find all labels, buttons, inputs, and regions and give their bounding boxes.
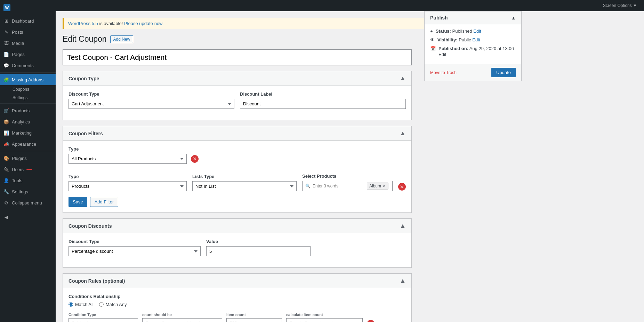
filter2-lists-type-select[interactable]: Not In List In List	[192, 181, 297, 191]
filter-action-row: Save Add Filter	[69, 197, 406, 207]
coupon-type-panel-toggle[interactable]: ▲	[400, 75, 406, 82]
conditions-relationship-group: Match All Match Any	[69, 302, 406, 307]
coupon-discounts-panel-body: Discount Type Percentage discount Fixed …	[63, 233, 411, 267]
visibility-icon: 👁	[430, 37, 435, 42]
item-count-input[interactable]	[226, 318, 282, 322]
dashboard-icon: ⊞	[3, 18, 9, 24]
match-all-radio[interactable]	[69, 302, 73, 307]
analytics-icon: 📊	[3, 130, 9, 136]
product-search-input[interactable]	[313, 184, 365, 188]
sidebar-item-woocommerce[interactable]: 🛒 Products	[0, 105, 56, 116]
condition-type-select[interactable]: Subtotal Item Count Coupon Code	[69, 318, 138, 322]
update-link[interactable]: Please update now.	[124, 21, 163, 26]
add-filter-button[interactable]: Add Filter	[90, 197, 119, 207]
coupon-filters-panel-header[interactable]: Coupon Filters ▲	[63, 126, 411, 141]
comments-icon: 💬	[3, 63, 9, 68]
wp-version-link[interactable]: WordPress 5.5	[68, 21, 98, 26]
sidebar-item-settings-coupon[interactable]: Settings	[9, 94, 56, 102]
collapse-icon: ◀	[3, 214, 9, 220]
filter2-group: Type Products Product Categories All Pro…	[69, 174, 406, 191]
disc-value-input[interactable]	[206, 246, 311, 256]
item-count-label: item count	[226, 313, 282, 317]
publish-panel-toggle[interactable]: ▲	[511, 15, 516, 21]
coupon-type-form-row: Discount Type Cart Adjustment Percentage…	[69, 91, 406, 109]
sidebar-item-products[interactable]: 📦 Analytics	[0, 116, 56, 127]
filter1-remove-button[interactable]: ✕	[191, 155, 199, 163]
sidebar-item-marketing[interactable]: 📣 Appearance	[0, 138, 56, 150]
move-to-trash-link[interactable]: Move to Trash	[430, 70, 457, 75]
album-tag-remove[interactable]: ✕	[383, 184, 386, 188]
match-all-radio-item[interactable]: Match All	[69, 302, 94, 307]
filter2-tag-input-container[interactable]: 🔍 Album ✕	[302, 181, 393, 191]
sidebar-item-settings[interactable]: ⚙ Collapse menu	[0, 197, 56, 208]
sidebar-item-tools[interactable]: 🔧 Settings	[0, 186, 56, 197]
sidebar-item-pages[interactable]: 📄 Pages	[0, 49, 56, 60]
sidebar-divider	[0, 72, 56, 73]
search-icon: 🔍	[305, 184, 311, 188]
discount-label-label: Discount Label	[240, 91, 406, 97]
users-icon: 👤	[3, 178, 9, 183]
coupon-type-panel: Coupon Type ▲ Discount Type Cart Adjustm…	[63, 71, 412, 120]
coupon-filters-panel-toggle[interactable]: ▲	[400, 130, 406, 137]
coupon-filters-panel-body: Type All Products ✕	[63, 141, 411, 212]
publish-panel-header[interactable]: Publish ▲	[425, 11, 521, 24]
coupon-discounts-panel-header[interactable]: Coupon Discounts ▲	[63, 219, 411, 233]
disc-type-select[interactable]: Percentage discount Fixed discount	[69, 246, 201, 256]
sidebar-item-media[interactable]: 🖼 Media	[0, 38, 56, 49]
status-edit-link[interactable]: Edit	[473, 29, 481, 34]
save-button[interactable]: Save	[69, 197, 87, 207]
publish-panel-title: Publish	[430, 15, 448, 21]
coupon-discounts-panel-toggle[interactable]: ▲	[400, 222, 406, 230]
sidebar-item-users[interactable]: 👤 Tools	[0, 175, 56, 186]
calculate-item-count-select[interactable]: Count all items in cart Count unique ite…	[286, 318, 363, 322]
condition-row: Condition Type Subtotal Item Count Coupo…	[69, 313, 406, 322]
sidebar-item-posts[interactable]: ✎ Posts	[0, 26, 56, 38]
coupon-type-panel-header[interactable]: Coupon Type ▲	[63, 71, 411, 86]
filter2-type-select[interactable]: Products Product Categories All Products	[69, 181, 187, 191]
coupon-type-panel-title: Coupon Type	[69, 76, 99, 81]
wp-logo-icon: W	[3, 4, 10, 11]
match-any-radio[interactable]	[99, 302, 104, 307]
filter2-select-products-label: Select Products	[302, 174, 393, 179]
discount-type-select[interactable]: Cart Adjustment Percentage Discount Fixe…	[69, 99, 234, 109]
sidebar-item-comments[interactable]: 💬 Comments	[0, 60, 56, 71]
discount-type-label: Discount Type	[69, 91, 234, 97]
discount-label-input[interactable]	[240, 99, 406, 109]
publish-visibility-row: 👁 Visibility: Public Edit	[430, 37, 516, 42]
filter1-type-select[interactable]: All Products	[69, 154, 187, 164]
coupon-rules-panel-toggle[interactable]: ▲	[400, 277, 406, 284]
coupon-rules-panel-header[interactable]: Coupon Rules (optional) ▲	[63, 274, 411, 288]
condition-type-label: Condition Type	[69, 313, 138, 317]
sidebar-item-plugins[interactable]: 🔌 Users	[0, 164, 56, 175]
match-any-radio-item[interactable]: Match Any	[99, 302, 127, 307]
filter2-lists-type-label: Lists Type	[192, 174, 297, 179]
sidebar-item-dashboard[interactable]: ⊞ Dashboard	[0, 15, 56, 26]
update-button[interactable]: Update	[491, 68, 516, 77]
coupon-discounts-panel-title: Coupon Discounts	[69, 223, 112, 229]
coupon-rules-panel-title: Coupon Rules (optional)	[69, 278, 125, 284]
condition-remove-button[interactable]: ✕	[367, 320, 375, 322]
filter2-remove-button[interactable]: ✕	[398, 183, 406, 191]
count-should-be-select[interactable]: Greater than or equal ( >= ) Less than o…	[142, 318, 222, 322]
add-new-button[interactable]: Add New	[110, 35, 134, 43]
settings-icon: ⚙	[3, 200, 9, 206]
sidebar-item-analytics[interactable]: 📊 Marketing	[0, 127, 56, 138]
sidebar-item-appearance[interactable]: 🎨 Plugins	[0, 153, 56, 164]
plugins-icon: 🔌	[3, 167, 9, 172]
filter2-row: Type Products Product Categories All Pro…	[69, 174, 406, 191]
coupon-rules-panel: Coupon Rules (optional) ▲ Conditions Rel…	[63, 273, 412, 322]
screen-options-button[interactable]: Screen Options ▼	[603, 3, 637, 8]
coupon-title-input[interactable]	[63, 49, 412, 65]
appearance-icon: 🎨	[3, 155, 9, 161]
visibility-edit-link[interactable]: Edit	[472, 37, 480, 42]
publish-date-row: 📅 Published on: Aug 29, 2020 at 13:06	[430, 46, 516, 51]
filter1-row: All Products ✕	[69, 154, 406, 164]
item-count-group: item count	[226, 313, 282, 322]
publish-date-edit-link[interactable]: Edit	[438, 52, 446, 57]
sidebar-item-missing-addons[interactable]: 🧩 Missing Addons	[0, 74, 56, 85]
calendar-icon: 📅	[430, 46, 436, 51]
sidebar-item-collapse[interactable]: ◀	[0, 211, 56, 223]
sidebar-item-coupons[interactable]: Coupons	[9, 85, 56, 94]
plugins-badge	[26, 169, 32, 170]
coupon-discounts-form-row: Discount Type Percentage discount Fixed …	[69, 239, 406, 256]
